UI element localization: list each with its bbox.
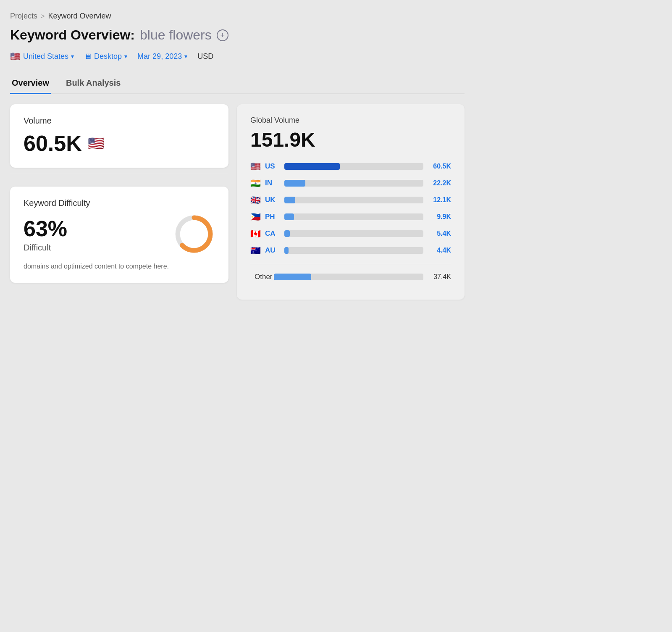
bar-fill-US — [284, 163, 340, 170]
breadcrumb-current: Keyword Overview — [48, 12, 111, 21]
country-value-CA: 5.4K — [428, 230, 451, 237]
country-flag-UK: 🇬🇧 — [250, 195, 261, 205]
bar-fill-PH — [284, 213, 294, 220]
difficulty-label: Keyword Difficulty — [24, 198, 215, 208]
breadcrumb-parent[interactable]: Projects — [10, 12, 37, 21]
other-value: 37.4K — [428, 273, 451, 281]
left-column: Volume 60.5K 🇺🇸 Keyword Difficulty 63% D… — [10, 104, 228, 283]
difficulty-donut — [173, 213, 215, 255]
volume-flag: 🇺🇸 — [88, 135, 105, 151]
country-code-CA[interactable]: CA — [265, 229, 280, 238]
bar-fill-CA — [284, 230, 290, 237]
currency-label: USD — [197, 52, 213, 61]
filters-bar: 🇺🇸 United States ▾ 🖥 Desktop ▾ Mar 29, 2… — [10, 51, 465, 61]
device-label: Desktop — [94, 52, 122, 61]
country-value-US: 60.5K — [428, 163, 451, 170]
title-prefix: Keyword Overview: — [10, 27, 135, 43]
bar-container-US — [284, 163, 423, 170]
add-keyword-button[interactable]: + — [217, 29, 228, 41]
global-volume-value: 151.9K — [250, 128, 451, 151]
tab-overview[interactable]: Overview — [10, 73, 51, 94]
donut-svg — [173, 213, 215, 255]
country-label: United States — [23, 52, 68, 61]
other-divider — [250, 264, 451, 264]
country-value-IN: 22.2K — [428, 179, 451, 187]
country-value-AU: 4.4K — [428, 247, 451, 254]
date-chevron: ▾ — [184, 53, 187, 60]
other-label: Other — [255, 273, 270, 281]
bar-container-CA — [284, 230, 423, 237]
country-flag: 🇺🇸 — [10, 51, 21, 61]
difficulty-footer: domains and optimized content to compete… — [24, 262, 215, 271]
date-filter[interactable]: Mar 29, 2023 ▾ — [137, 52, 187, 61]
difficulty-card: Keyword Difficulty 63% Difficult domains… — [10, 187, 228, 283]
volume-label: Volume — [24, 116, 215, 126]
volume-card: Volume 60.5K 🇺🇸 — [10, 104, 228, 168]
date-label: Mar 29, 2023 — [137, 52, 182, 61]
breadcrumb: Projects > Keyword Overview — [10, 12, 465, 21]
bar-container-IN — [284, 180, 423, 187]
country-flag-PH: 🇵🇭 — [250, 212, 261, 222]
other-bar-fill — [274, 274, 311, 280]
keyword-name: blue flowers — [140, 27, 212, 43]
difficulty-sublabel: Difficult — [24, 243, 163, 253]
volume-number: 60.5K — [24, 131, 82, 156]
country-row: 🇮🇳 IN 22.2K — [250, 178, 451, 188]
tabs: Overview Bulk Analysis — [10, 73, 465, 94]
main-grid: Volume 60.5K 🇺🇸 Keyword Difficulty 63% D… — [10, 104, 465, 300]
bar-fill-UK — [284, 197, 295, 203]
difficulty-text: 63% Difficult — [24, 216, 163, 253]
country-code-IN[interactable]: IN — [265, 179, 280, 187]
country-flag-AU: 🇦🇺 — [250, 245, 261, 255]
bar-container-PH — [284, 213, 423, 220]
country-rows: 🇺🇸 US 60.5K 🇮🇳 IN 22.2K 🇬🇧 UK 12.1K 🇵🇭 P… — [250, 161, 451, 255]
other-bar — [274, 274, 423, 280]
country-flag-CA: 🇨🇦 — [250, 229, 261, 239]
device-chevron: ▾ — [124, 53, 127, 60]
country-code-UK[interactable]: UK — [265, 196, 280, 204]
country-value-PH: 9.9K — [428, 213, 451, 221]
country-filter[interactable]: 🇺🇸 United States ▾ — [10, 51, 74, 61]
country-value-UK: 12.1K — [428, 196, 451, 204]
page-title: Keyword Overview: blue flowers + — [10, 27, 465, 43]
country-flag-IN: 🇮🇳 — [250, 178, 261, 188]
country-chevron: ▾ — [71, 53, 74, 60]
country-flag-US: 🇺🇸 — [250, 161, 261, 171]
country-code-US[interactable]: US — [265, 162, 280, 171]
country-row: 🇨🇦 CA 5.4K — [250, 229, 451, 239]
cards-divider — [10, 173, 228, 173]
country-row: 🇺🇸 US 60.5K — [250, 161, 451, 171]
country-row: 🇦🇺 AU 4.4K — [250, 245, 451, 255]
bar-container-AU — [284, 247, 423, 254]
country-row: 🇬🇧 UK 12.1K — [250, 195, 451, 205]
country-row: 🇵🇭 PH 9.9K — [250, 212, 451, 222]
global-volume-label: Global Volume — [250, 116, 451, 125]
device-filter[interactable]: 🖥 Desktop ▾ — [84, 52, 127, 61]
difficulty-content: 63% Difficult — [24, 213, 215, 255]
other-row: Other 37.4K — [250, 273, 451, 281]
bar-container-UK — [284, 197, 423, 203]
bar-fill-IN — [284, 180, 305, 187]
bar-fill-AU — [284, 247, 289, 254]
difficulty-percent: 63% — [24, 216, 163, 241]
global-volume-card: Global Volume 151.9K 🇺🇸 US 60.5K 🇮🇳 IN 2… — [237, 104, 465, 300]
country-code-PH[interactable]: PH — [265, 213, 280, 221]
desktop-icon: 🖥 — [84, 52, 92, 61]
country-code-AU[interactable]: AU — [265, 246, 280, 255]
tab-bulk-analysis[interactable]: Bulk Analysis — [64, 73, 122, 94]
volume-value: 60.5K 🇺🇸 — [24, 131, 215, 156]
breadcrumb-separator: > — [41, 13, 45, 20]
